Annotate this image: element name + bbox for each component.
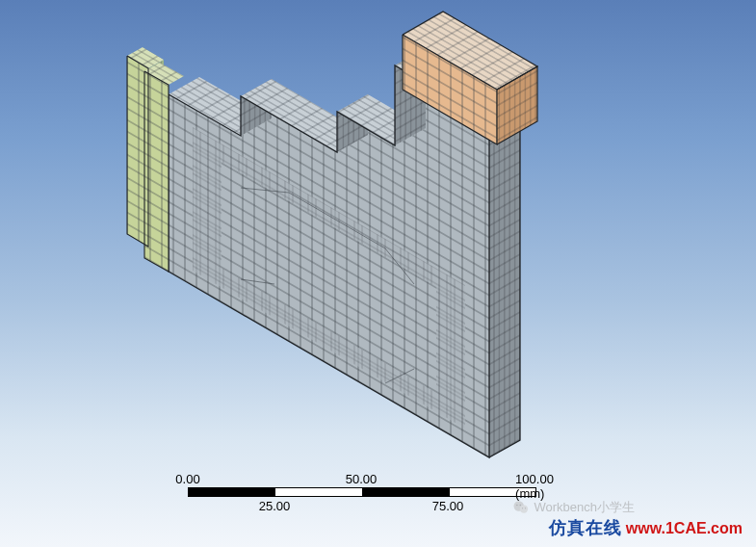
scale-tick-100: 100.00 (mm) (515, 472, 554, 501)
watermark-site: 仿真在线 www.1CAE.com (549, 516, 743, 539)
meshed-model[interactable] (0, 0, 756, 547)
watermark-wechat-text: Workbench小学生 (534, 499, 635, 516)
scale-tick-0: 0.00 (175, 472, 199, 486)
svg-point-38 (522, 508, 523, 508)
scale-tick-25: 25.00 (259, 499, 291, 513)
wechat-icon (512, 499, 530, 516)
scale-tick-50: 50.00 (346, 472, 378, 486)
watermark-wechat: Workbench小学生 (512, 499, 635, 516)
svg-point-36 (517, 505, 519, 507)
left-plates (127, 47, 184, 272)
graphics-viewport[interactable]: 0.00 50.00 100.00 (mm) 25.00 75.00 Workb… (0, 0, 756, 547)
svg-point-37 (520, 505, 522, 507)
svg-point-35 (520, 505, 528, 512)
svg-marker-10 (489, 103, 520, 457)
svg-point-39 (525, 508, 526, 508)
watermark-brand: 仿真在线 (549, 516, 622, 539)
scale-bar-strip (188, 487, 536, 497)
watermark-url: www.1CAE.com (626, 520, 743, 537)
scale-tick-75: 75.00 (432, 499, 464, 513)
